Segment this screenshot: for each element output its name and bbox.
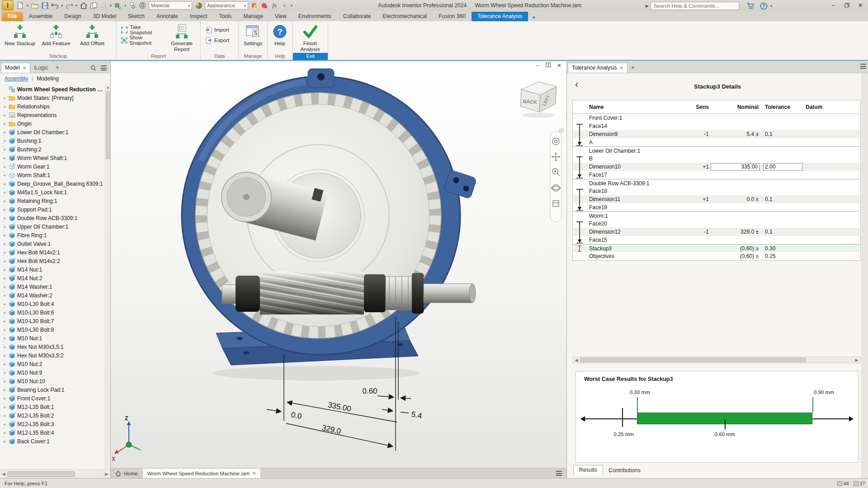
tree-root[interactable]: Worm Wheel Speed Reduction Machine xyxy=(0,85,105,94)
export-button[interactable]: Export xyxy=(203,36,232,45)
appearance-select[interactable]: Appearance▾ xyxy=(205,1,248,9)
table-row-front-cover-1[interactable]: Front Cover:1 xyxy=(573,114,860,122)
details-horizontal-scrollbar[interactable]: ◀ ▶ xyxy=(572,357,861,363)
table-row-objectives[interactable]: Objectives(0.60) ≥0.25 xyxy=(573,252,860,260)
expand-icon[interactable]: + xyxy=(2,164,7,169)
tree-item[interactable]: +Double Row ACB-3309:1 xyxy=(0,214,105,222)
expand-icon[interactable]: + xyxy=(2,241,7,247)
tab-model[interactable]: Model ✕ xyxy=(1,63,30,73)
expand-icon[interactable]: + xyxy=(2,310,7,315)
tree-item[interactable]: +Bearing Lock Pad:1 xyxy=(0,385,105,394)
tree-item[interactable]: +Front Cover:1 xyxy=(0,394,105,403)
tab-fusion-360[interactable]: Fusion 360 xyxy=(433,12,472,21)
document-tab-close-icon[interactable]: ✕ xyxy=(252,471,256,476)
tree-item[interactable]: +M10-L30 Bolt:4 xyxy=(0,300,105,308)
table-row-b[interactable]: B xyxy=(573,155,860,163)
expand-icon[interactable]: + xyxy=(2,301,7,307)
doc-tabs-menu-icon[interactable] xyxy=(556,471,562,476)
tree-item[interactable]: +M12-L35 Bolt:2 xyxy=(0,411,105,420)
table-row-dimension12[interactable]: Dimension12-1329.0 ±0.1 xyxy=(573,228,860,236)
expand-icon[interactable]: + xyxy=(2,422,7,427)
adjust-appearance-icon[interactable] xyxy=(250,1,259,10)
restore-button[interactable] xyxy=(840,0,854,10)
search-input[interactable] xyxy=(651,2,739,10)
tree-item[interactable]: +Lower Oil Chamber:1 xyxy=(0,128,105,136)
expand-icon[interactable]: + xyxy=(2,353,7,358)
tab-view[interactable]: View xyxy=(269,12,292,21)
tree-item[interactable]: +Hex Nut M30x3,5:2 xyxy=(0,351,105,360)
table-row-worm-1[interactable]: Worm:1 xyxy=(573,211,860,220)
expand-icon[interactable]: + xyxy=(2,336,7,341)
tab-results[interactable]: Results xyxy=(573,465,603,475)
home-tab[interactable]: Home xyxy=(111,469,143,478)
expand-icon[interactable]: + xyxy=(2,250,7,255)
table-row-face19[interactable]: Face19 xyxy=(573,203,860,211)
expand-icon[interactable]: + xyxy=(2,198,7,204)
help-menu-icon[interactable]: ? xyxy=(759,1,769,10)
new-file-caret-icon[interactable]: ▾ xyxy=(25,4,30,8)
expand-icon[interactable]: + xyxy=(2,233,7,238)
tree-item[interactable]: +Hex Nut M30x3,5:1 xyxy=(0,343,105,351)
table-row-stackup3[interactable]: Stackup3(0.60) ≥0.30 xyxy=(573,244,860,252)
expand-icon[interactable]: + xyxy=(2,379,7,384)
tab-contributions[interactable]: Contributions xyxy=(603,466,646,475)
expand-icon[interactable]: + xyxy=(2,181,7,187)
quick-measure-icon[interactable] xyxy=(99,1,108,10)
tree-item[interactable]: +M14 Washer:2 xyxy=(0,291,105,300)
tree-item[interactable]: +M10-L30 Bolt:6 xyxy=(0,308,105,317)
expand-icon[interactable]: + xyxy=(2,267,7,272)
select-caret-icon[interactable]: ▾ xyxy=(123,4,127,8)
expand-icon[interactable]: + xyxy=(2,130,7,135)
sheet-copy-icon[interactable] xyxy=(89,1,99,10)
tab-inspect[interactable]: Inspect xyxy=(184,12,213,21)
col-name[interactable]: Name xyxy=(586,100,685,113)
parameters-icon[interactable] xyxy=(127,1,137,10)
open-icon[interactable] xyxy=(30,1,40,10)
tree-item[interactable]: +Representations xyxy=(0,111,105,119)
redo-caret-icon[interactable]: ▾ xyxy=(74,4,79,8)
tree-item[interactable]: +Outlet Valve:1 xyxy=(0,239,105,248)
help-caret-icon[interactable]: ▾ xyxy=(769,4,774,8)
import-button[interactable]: Import xyxy=(203,25,232,34)
table-row-dimension9[interactable]: Dimension9-15.4 ±0.1 xyxy=(573,130,860,138)
expand-icon[interactable]: + xyxy=(2,173,7,178)
tree-item[interactable]: +Bushing:2 xyxy=(0,145,105,154)
tab-sketch[interactable]: Sketch xyxy=(122,12,151,21)
col-datum[interactable]: Datum xyxy=(803,100,860,113)
search-expand-icon[interactable]: ▶ xyxy=(646,4,649,8)
expand-icon[interactable]: + xyxy=(2,319,7,324)
tolerance-add-tab-button[interactable]: + xyxy=(627,62,638,73)
tolerance-input[interactable] xyxy=(763,163,803,171)
show-snapshot-button[interactable]: Show Snapshot xyxy=(118,36,165,45)
assembly-view-link[interactable]: Assembly xyxy=(5,75,28,82)
tree-item[interactable]: +M10-L30 Bolt:8 xyxy=(0,325,105,334)
appearance-sphere-icon[interactable] xyxy=(137,1,147,10)
table-row-face14[interactable]: Face14 xyxy=(573,122,860,130)
minimize-button[interactable]: – xyxy=(826,0,840,10)
col-nominal[interactable]: Nominal xyxy=(711,100,761,113)
tree-item[interactable]: +M14 Nut:2 xyxy=(0,274,105,282)
redo-icon[interactable] xyxy=(64,1,74,10)
expand-icon[interactable]: + xyxy=(2,147,7,152)
tree-item[interactable]: +M14 Nut:1 xyxy=(0,265,105,274)
fx-parameters-icon[interactable]: fx xyxy=(269,1,279,10)
table-row-dimension11[interactable]: Dimension11+10.0 ±0.1 xyxy=(573,195,860,203)
tree-item[interactable]: +Upper Oil Chamber:1 xyxy=(0,222,105,231)
expand-icon[interactable]: + xyxy=(2,327,7,333)
expand-icon[interactable]: + xyxy=(2,224,7,230)
table-row-a[interactable]: A xyxy=(573,138,860,146)
panel-menu-icon[interactable] xyxy=(860,64,866,69)
expand-icon[interactable]: + xyxy=(2,413,7,418)
expand-icon[interactable]: + xyxy=(2,276,7,281)
tree-item[interactable]: +Worm Gear:1 xyxy=(0,162,105,171)
browser-menu-icon[interactable] xyxy=(101,66,107,70)
expand-icon[interactable]: + xyxy=(2,190,7,195)
clear-appearance-icon[interactable] xyxy=(259,1,269,10)
tree-item[interactable]: +M14 Washer:1 xyxy=(0,282,105,291)
finish-analysis-button[interactable]: Finish Analysis xyxy=(295,23,326,52)
table-row-face18[interactable]: Face18 xyxy=(573,187,860,195)
tab-ilogic[interactable]: iLogic xyxy=(30,63,52,73)
expand-icon[interactable]: + xyxy=(2,258,7,264)
home-icon[interactable] xyxy=(79,1,89,10)
tree-item[interactable]: +Worm Shaft:1 xyxy=(0,171,105,179)
